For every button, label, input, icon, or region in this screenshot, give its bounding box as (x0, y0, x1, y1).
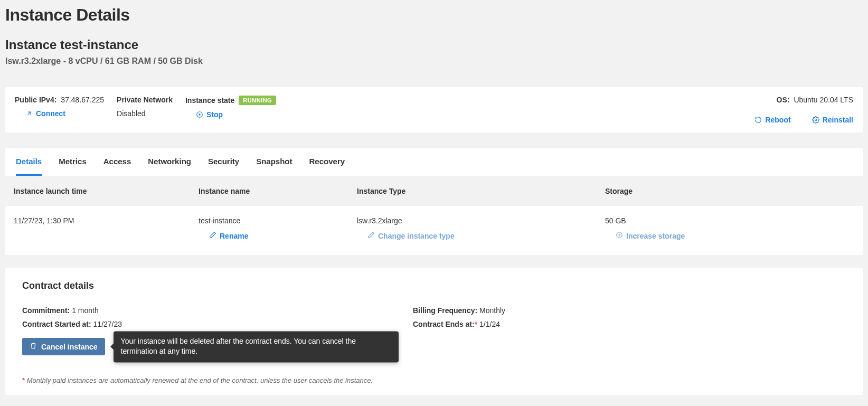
private-network-label: Private Network (117, 96, 173, 104)
plus-circle-icon (616, 231, 623, 240)
os-value: Ubuntu 20.04 LTS (794, 96, 853, 104)
value-storage: 50 GB (605, 216, 854, 225)
required-star: * (475, 320, 477, 328)
contract-title: Contract details (22, 280, 846, 291)
instance-heading-name: test-instance (60, 37, 138, 52)
rename-label: Rename (220, 232, 248, 240)
stop-label: Stop (206, 110, 223, 119)
header-instance-name: Instance name (199, 187, 357, 195)
started-label: Contract Started at: (22, 320, 91, 328)
external-link-icon (25, 110, 33, 117)
value-instance-type: lsw.r3.2xlarge (357, 216, 605, 225)
reinstall-button[interactable]: Reinstall (812, 116, 853, 124)
change-type-label: Change instance type (378, 232, 455, 240)
cancel-instance-button[interactable]: Cancel instance (22, 338, 105, 355)
value-instance-name: test-instance (199, 216, 357, 225)
instance-state-block: Instance state RUNNING Stop (185, 96, 276, 119)
details-section: Instance launch time Instance name Insta… (5, 176, 863, 255)
billing-label: Billing Frequency: (413, 306, 477, 315)
public-ip-block: Public IPv4: 37.48.67.225 Connect (15, 96, 104, 118)
stop-icon (196, 111, 203, 118)
os-label: OS: (777, 96, 790, 104)
stop-button[interactable]: Stop (196, 110, 276, 119)
instance-heading: Instance test-instance (5, 37, 863, 52)
status-bar: Public IPv4: 37.48.67.225 Connect Privat… (5, 87, 863, 133)
reboot-button[interactable]: Reboot (754, 116, 790, 124)
change-type-button[interactable]: Change instance type (367, 231, 605, 240)
cancel-instance-label: Cancel instance (41, 343, 98, 351)
increase-storage-label: Increase storage (626, 232, 685, 240)
right-block: OS: Ubuntu 20.04 LTS Reboot Reinstall (754, 96, 853, 124)
running-badge: RUNNING (239, 96, 276, 105)
instance-heading-prefix: Instance (5, 37, 60, 52)
footnote-text: Monthly paid instances are automatically… (27, 376, 373, 384)
header-instance-type: Instance Type (357, 187, 605, 195)
started-value: 11/27/23 (93, 320, 122, 328)
increase-storage-button[interactable]: Increase storage (616, 231, 854, 240)
tab-bar: DetailsMetricsAccessNetworkingSecuritySn… (5, 148, 863, 176)
contract-footnote: * Monthly paid instances are automatical… (22, 376, 846, 384)
details-header-row: Instance launch time Instance name Insta… (5, 176, 863, 206)
tab-networking[interactable]: Networking (148, 148, 191, 176)
contract-card: Contract details Commitment: 1 month Bil… (5, 268, 863, 395)
reinstall-label: Reinstall (823, 116, 853, 124)
tab-security[interactable]: Security (208, 148, 239, 176)
private-network-block: Private Network Disabled (117, 96, 173, 118)
contract-grid: Commitment: 1 month Billing Frequency: M… (22, 306, 846, 328)
details-data-row: 11/27/23, 1:30 PM test-instance Rename l… (5, 206, 863, 255)
cancel-row: Cancel instance Your instance will be de… (22, 338, 105, 355)
reinstall-icon (812, 116, 819, 124)
tab-details[interactable]: Details (16, 148, 42, 176)
public-ip-value: 37.48.67.225 (61, 96, 104, 104)
connect-label: Connect (36, 109, 65, 118)
reboot-label: Reboot (765, 116, 790, 124)
svg-point-2 (815, 119, 817, 121)
tab-snapshot[interactable]: Snapshot (256, 148, 292, 176)
reboot-icon (754, 116, 762, 124)
ends-label: Contract Ends at: (413, 320, 475, 328)
instance-state-label: Instance state (185, 96, 234, 105)
private-network-value: Disabled (117, 109, 173, 118)
instance-specs: lsw.r3.2xlarge - 8 vCPU / 61 GB RAM / 50… (5, 56, 863, 66)
billing-value: Monthly (479, 306, 505, 315)
header-storage: Storage (605, 187, 854, 195)
pencil-icon (209, 231, 216, 240)
ends-value: 1/1/24 (479, 320, 500, 328)
svg-point-1 (199, 114, 201, 116)
commitment-value: 1 month (72, 306, 99, 315)
tab-access[interactable]: Access (103, 148, 131, 176)
cancel-tooltip: Your instance will be deleted after the … (114, 331, 399, 362)
trash-icon (30, 342, 37, 351)
pencil-icon (367, 231, 375, 240)
connect-button[interactable]: Connect (25, 109, 104, 118)
page-title: Instance Details (5, 5, 863, 25)
tab-metrics[interactable]: Metrics (59, 148, 87, 176)
tab-recovery[interactable]: Recovery (309, 148, 345, 176)
rename-button[interactable]: Rename (209, 231, 357, 240)
commitment-label: Commitment: (22, 306, 70, 315)
footnote-star: * (22, 376, 27, 384)
header-launch-time: Instance launch time (14, 187, 199, 195)
value-launch-time: 11/27/23, 1:30 PM (14, 216, 199, 225)
public-ip-label: Public IPv4: (15, 96, 56, 104)
